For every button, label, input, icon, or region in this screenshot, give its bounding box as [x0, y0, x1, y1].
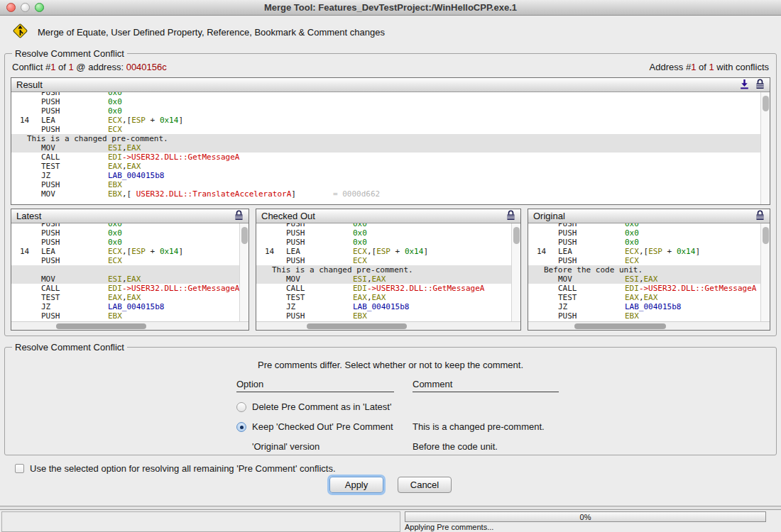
lock-icon[interactable]	[234, 210, 244, 223]
resolve-options-table: Option Comment Delete Pre Comment as in …	[236, 379, 770, 452]
option-row-original-version: 'Original' version Before the code unit.	[236, 441, 770, 452]
listing-row: PUSHEBX	[256, 311, 520, 321]
listing-row: PUSHECX	[11, 125, 770, 134]
original-vertical-scrollbar[interactable]	[760, 223, 770, 321]
original-listing[interactable]: PUSH0x0PUSH0x0PUSH0x014LEAECX,[ESP + 0x1…	[528, 223, 770, 321]
listing-row: CALLEDI->USER32.DLL::GetMessageA	[528, 284, 770, 293]
conflict-group: Resolve Comment Conflict Conflict #1 of …	[4, 48, 777, 336]
listing-row: PUSH0x0	[11, 97, 770, 106]
latest-horizontal-scrollbar[interactable]	[11, 321, 248, 330]
window-controls	[6, 3, 44, 12]
listing-row	[11, 265, 248, 275]
listing-row: PUSH0x0	[528, 223, 770, 228]
result-vertical-scrollbar[interactable]	[760, 92, 770, 204]
progress-bar: 0%	[405, 511, 766, 522]
listing-row: PUSH0x0	[11, 106, 770, 116]
listing-row: CALLEDI->USER32.DLL::GetMessageA	[256, 284, 520, 293]
latest-panel-title: Latest	[16, 211, 234, 221]
checked-out-panel-title: Checked Out	[261, 211, 506, 221]
listing-row: This is a changed pre-comment.	[11, 134, 770, 143]
listing-row: PUSH0x0	[11, 228, 248, 238]
checked-out-vertical-scrollbar[interactable]	[511, 223, 520, 321]
minimize-button[interactable]	[21, 3, 30, 12]
address-counter: Address #1 of 1 with conflicts	[650, 62, 769, 72]
option-label: 'Original' version	[252, 441, 320, 452]
resolve-instruction: Pre comments differ. Select whether or n…	[11, 353, 770, 379]
checked-out-panel: Checked Out PUSH0x0PUSH0x0PUSH0x014LEAEC…	[256, 209, 521, 331]
use-for-all-label: Use the selected option for resolving al…	[30, 463, 336, 474]
original-panel: Original PUSH0x0PUSH0x0PUSH0x014LEAECX,[…	[528, 209, 770, 331]
result-panel: Result PUSH0	[11, 77, 770, 205]
listing-row: 14LEAECX,[ESP + 0x14]	[256, 247, 520, 256]
close-button[interactable]	[6, 3, 16, 12]
listing-row: PUSHECX	[11, 256, 248, 265]
status-splitter	[0, 506, 781, 510]
option-row-keep-checked-out: Keep 'Checked Out' Pre Comment This is a…	[236, 421, 770, 432]
conflict-counters: Conflict #1 of 1 @ address: 0040156c Add…	[11, 60, 770, 77]
listing-row: PUSHECX	[256, 256, 520, 265]
latest-panel-header: Latest	[11, 209, 248, 223]
listing-row: 14LEAECX,[ESP + 0x14]	[11, 116, 770, 125]
download-icon[interactable]	[740, 79, 749, 92]
listing-row: MOVESI,EAX	[11, 143, 770, 153]
listing-row: TESTEAX,EAX	[256, 293, 520, 302]
listing-row: TESTEAX,EAX	[11, 162, 770, 171]
option-column-header: Option	[236, 379, 394, 392]
listing-row: TESTEAX,EAX	[528, 293, 770, 302]
comment-column-header: Comment	[413, 379, 559, 392]
cancel-button[interactable]: Cancel	[398, 477, 452, 493]
checked-out-panel-header: Checked Out	[256, 209, 520, 223]
use-for-all-row: Use the selected option for resolving al…	[15, 463, 770, 474]
listing-row: MOVESI,EAX	[256, 275, 520, 284]
original-panel-title: Original	[533, 211, 755, 221]
resolve-group-title: Resolve Comment Conflict	[12, 342, 127, 353]
merge-warning-icon	[12, 23, 28, 42]
status-message-area	[1, 511, 400, 532]
original-panel-header: Original	[528, 209, 770, 223]
listing-row: PUSH0x0	[256, 238, 520, 247]
latest-listing[interactable]: PUSH0x0PUSH0x0PUSH0x014LEAECX,[ESP + 0x1…	[11, 223, 248, 321]
window-titlebar: Merge Tool: Features_DevTestProject:/Win…	[0, 0, 781, 16]
listing-row: PUSH0x0	[11, 238, 248, 247]
conflict-group-title: Resolve Comment Conflict	[12, 48, 127, 59]
listing-row: PUSH0x0	[256, 228, 520, 238]
lock-icon[interactable]	[755, 79, 765, 92]
conflict-counter: Conflict #1 of 1 @ address: 0040156c	[12, 62, 167, 72]
listing-row: PUSH0x0	[528, 228, 770, 238]
listing-row: PUSHEBX	[11, 311, 248, 321]
listing-row: PUSHECX	[528, 256, 770, 265]
listing-row: Before the code unit.	[528, 265, 770, 275]
listing-row: TESTEAX,EAX	[11, 293, 248, 302]
radio-keep-checked-out[interactable]	[236, 422, 246, 432]
resolve-options-group: Resolve Comment Conflict Pre comments di…	[4, 342, 777, 455]
merge-phase-header: Merge of Equate, User Defined Property, …	[0, 16, 781, 48]
result-listing[interactable]: PUSH0x0PUSH0x0PUSH0x014LEAECX,[ESP + 0x1…	[11, 92, 770, 204]
use-for-all-checkbox[interactable]	[15, 464, 24, 473]
listing-row: This is a changed pre-comment.	[256, 265, 520, 275]
lock-icon[interactable]	[506, 210, 515, 223]
listing-row: JZLAB_004015b8	[11, 302, 248, 311]
result-panel-header: Result	[11, 78, 770, 92]
status-bar: 0% Applying Pre comments...	[0, 506, 781, 532]
option-comment: Before the code unit.	[413, 441, 770, 452]
listing-row: MOVESI,EAX	[11, 275, 248, 284]
lock-icon[interactable]	[755, 210, 765, 223]
listing-row: PUSH0x0	[256, 223, 520, 228]
listing-row: JZLAB_004015b8	[528, 302, 770, 311]
checked-out-horizontal-scrollbar[interactable]	[256, 321, 520, 330]
checked-out-listing[interactable]: PUSH0x0PUSH0x0PUSH0x014LEAECX,[ESP + 0x1…	[256, 223, 520, 321]
listing-row: PUSH0x0	[528, 238, 770, 247]
option-label: Delete Pre Comment as in 'Latest'	[252, 401, 391, 412]
radio-delete-pre-comment[interactable]	[236, 402, 246, 412]
original-horizontal-scrollbar[interactable]	[528, 321, 770, 330]
latest-vertical-scrollbar[interactable]	[239, 223, 248, 321]
listing-row: MOVESI,EAX	[528, 275, 770, 284]
conflict-address: 0040156c	[126, 62, 167, 72]
listing-row: CALLEDI->USER32.DLL::GetMessageA	[11, 153, 770, 162]
option-comment: This is a changed pre-comment.	[413, 421, 770, 432]
listing-row: MOVEBX,[ USER32.DLL::TranslateAccelerato…	[11, 189, 770, 199]
progress-message: Applying Pre comments...	[405, 522, 766, 531]
merge-phase-message: Merge of Equate, User Defined Property, …	[38, 27, 385, 38]
apply-button[interactable]: Apply	[329, 477, 383, 493]
zoom-button[interactable]	[35, 3, 44, 12]
